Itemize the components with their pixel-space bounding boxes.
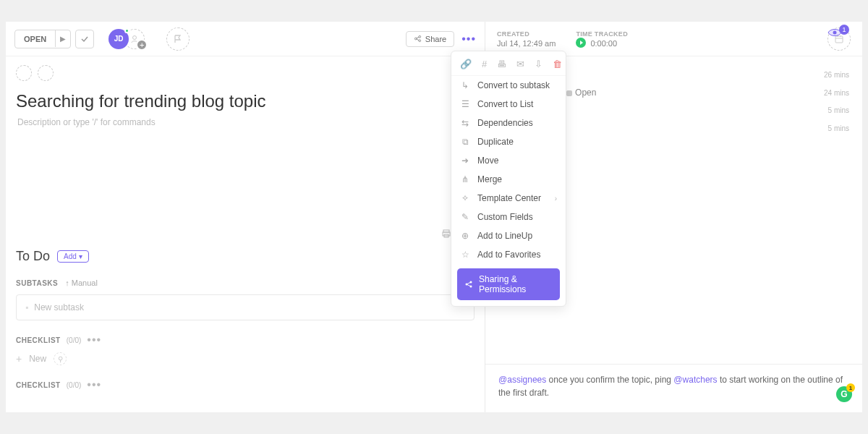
move-icon: ➜ xyxy=(460,156,470,166)
share-icon xyxy=(464,280,473,289)
grammarly-badge[interactable]: G1 xyxy=(836,386,852,402)
tracked-value: 0:00:00 xyxy=(590,39,617,48)
checklist-title: CHECKLIST xyxy=(16,336,61,344)
lineup-icon: ⊕ xyxy=(460,231,470,241)
dependencies-icon: ⇆ xyxy=(460,118,470,128)
subtasks-label: SUBTASKS xyxy=(16,279,58,287)
checklist-header: CHECKLIST (0/0) ••• xyxy=(6,368,485,394)
priority-button[interactable] xyxy=(166,27,190,51)
share-button[interactable]: Share xyxy=(406,31,454,47)
tracked-label: TIME TRACKED xyxy=(576,30,628,38)
more-actions-menu: 🔗 # 🖶 ✉ ⇩ 🗑 ↳Convert to subtask ☰Convert… xyxy=(451,51,566,307)
trash-icon[interactable]: 🗑 xyxy=(553,59,562,69)
grip-icon: ▪ xyxy=(25,302,28,312)
breadcrumb-row xyxy=(6,56,485,81)
time-tracked-meta[interactable]: TIME TRACKED 0:00:00 xyxy=(576,30,628,48)
new-subtask-input[interactable]: ▪ New subtask xyxy=(16,294,475,320)
todo-add-button[interactable]: Add▾ xyxy=(57,250,89,263)
checklist-new-row[interactable]: + New ⚲ xyxy=(6,349,485,368)
menu-template-center[interactable]: ✧Template Center› xyxy=(451,189,566,208)
created-label: CREATED xyxy=(497,30,556,38)
download-icon[interactable]: ⇩ xyxy=(535,59,542,69)
duplicate-icon: ⧉ xyxy=(460,137,470,147)
checklist-menu-icon[interactable]: ••• xyxy=(87,378,101,391)
menu-convert-list[interactable]: ☰Convert to List xyxy=(451,95,566,114)
share-label: Share xyxy=(425,35,446,43)
mail-icon[interactable]: ✉ xyxy=(516,59,524,69)
print-icon[interactable]: 🖶 xyxy=(497,59,506,69)
comment-input[interactable]: @assignees once you confirm the topic, p… xyxy=(485,364,862,412)
hash-icon[interactable]: # xyxy=(482,59,487,69)
watcher-count: 1 xyxy=(839,25,849,35)
task-title[interactable]: Searching for trending blog topic xyxy=(6,81,485,117)
status-pill-open xyxy=(566,90,572,96)
status-label: OPEN xyxy=(15,30,55,48)
assign-icon[interactable]: ⚲ xyxy=(54,352,67,365)
watchers-button[interactable]: 1 xyxy=(827,27,849,38)
created-meta: CREATED Jul 14, 12:49 am xyxy=(497,30,556,48)
description-tools xyxy=(6,229,485,244)
fields-icon: ✎ xyxy=(460,212,470,222)
menu-add-lineup[interactable]: ⊕Add to LineUp xyxy=(451,226,566,245)
checklist-count: (0/0) xyxy=(67,381,82,389)
play-icon[interactable] xyxy=(576,38,586,48)
todo-header: To Do Add▾ Mine xyxy=(6,244,485,268)
checklist-menu-icon[interactable]: ••• xyxy=(87,333,101,346)
badge-count: 1 xyxy=(846,383,855,392)
print-icon[interactable] xyxy=(441,229,451,239)
menu-duplicate[interactable]: ⧉Duplicate xyxy=(451,132,566,151)
checklist-new-label: New xyxy=(29,354,46,364)
status-button[interactable]: OPEN ▶ xyxy=(14,30,71,48)
subtasks-header: SUBTASKS ↑ Manual xyxy=(6,268,485,292)
avatar-initials: JD xyxy=(114,35,124,43)
created-value: Jul 14, 12:49 am xyxy=(497,39,556,48)
add-icon: + xyxy=(136,39,148,51)
left-topbar: OPEN ▶ JD + xyxy=(6,22,485,56)
menu-merge[interactable]: ⋔Merge xyxy=(451,170,566,189)
template-icon: ✧ xyxy=(460,193,470,203)
list-icon: ☰ xyxy=(460,99,470,109)
merge-icon: ⋔ xyxy=(460,174,470,184)
svg-point-0 xyxy=(133,35,137,39)
caret-down-icon: ▾ xyxy=(79,252,82,260)
description-input[interactable]: Description or type '/' for commands xyxy=(6,117,485,127)
online-status-dot xyxy=(124,28,129,33)
star-icon: ☆ xyxy=(460,250,470,260)
checklist-count: (0/0) xyxy=(67,336,82,344)
assignee-stack[interactable]: JD + xyxy=(109,29,145,49)
plus-icon: + xyxy=(16,353,22,365)
task-detail-pane: OPEN ▶ JD + xyxy=(6,22,485,412)
menu-move[interactable]: ➜Move xyxy=(451,151,566,170)
svg-point-9 xyxy=(833,31,837,35)
menu-custom-fields[interactable]: ✎Custom Fields xyxy=(451,208,566,226)
subtask-icon: ↳ xyxy=(460,80,470,90)
menu-dependencies[interactable]: ⇆Dependencies xyxy=(451,114,566,132)
menu-convert-subtask[interactable]: ↳Convert to subtask xyxy=(451,76,566,95)
complete-button[interactable] xyxy=(75,30,94,48)
breadcrumb-token[interactable] xyxy=(38,65,54,81)
mention[interactable]: @watchers xyxy=(673,375,717,385)
checklist-header: CHECKLIST (0/0) ••• xyxy=(6,323,485,349)
subtasks-sort[interactable]: ↑ Manual xyxy=(65,278,98,287)
mention[interactable]: @assignees xyxy=(498,375,546,385)
chevron-right-icon: › xyxy=(555,195,557,203)
menu-add-favorites[interactable]: ☆Add to Favorites xyxy=(451,245,566,264)
more-menu-button[interactable]: ••• xyxy=(461,33,476,46)
assignee-avatar[interactable]: JD xyxy=(109,29,129,49)
link-icon[interactable]: 🔗 xyxy=(460,59,472,69)
menu-sharing-permissions[interactable]: Sharing & Permissions xyxy=(457,268,560,300)
checklist-title: CHECKLIST xyxy=(16,381,61,389)
breadcrumb-token[interactable] xyxy=(16,65,32,81)
status-caret-icon[interactable]: ▶ xyxy=(55,30,70,47)
todo-title: To Do xyxy=(16,249,50,264)
